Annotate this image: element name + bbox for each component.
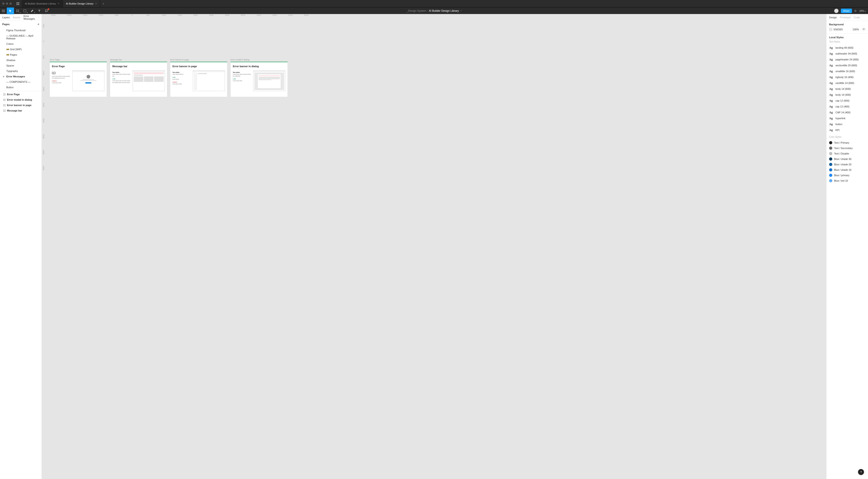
color-style-item[interactable]: Text / Primary: [829, 140, 865, 145]
text-style-item[interactable]: Agsectiontitle 20 (600): [829, 62, 865, 68]
frame-tool[interactable]: ▾: [14, 7, 21, 14]
page-item[interactable]: Figma Thumbnail: [0, 28, 41, 33]
new-tab-button[interactable]: +: [100, 2, 106, 5]
page-item[interactable]: Shadow: [0, 57, 41, 63]
color-style-item[interactable]: Blue / tint 10: [829, 178, 865, 183]
comment-tool[interactable]: [43, 7, 50, 14]
bg-swatch[interactable]: [829, 28, 832, 31]
layer-label: Error modal in dialog: [7, 98, 32, 101]
text-tool[interactable]: [36, 7, 43, 14]
page-item[interactable]: — GUIDELINES — April Release: [0, 33, 41, 41]
text-style-item[interactable]: AgCAP 14 (400): [829, 110, 865, 115]
page-label: Figma Thumbnail: [6, 29, 26, 32]
ag-icon: Ag: [829, 69, 834, 73]
frame-icon: [3, 93, 6, 96]
page-item[interactable]: — COMPONENTS —: [0, 79, 41, 85]
close-icon[interactable]: ×: [58, 2, 59, 5]
tab-design[interactable]: Design: [829, 16, 837, 19]
close-icon[interactable]: ×: [95, 2, 97, 5]
tab-prototype[interactable]: Prototype: [840, 16, 850, 19]
page-selector[interactable]: Error Messages ⌃: [24, 15, 39, 20]
layer-item[interactable]: Error Page: [0, 92, 41, 97]
tab-layers[interactable]: Layers: [2, 16, 10, 19]
page-item[interactable]: Colors: [0, 41, 41, 47]
text-style-item[interactable]: Agsubheader 34 (600): [829, 51, 865, 57]
frame[interactable]: Error banner in pageError banner in page…: [170, 62, 227, 97]
zoom-level[interactable]: 18% ▾: [859, 9, 866, 12]
canvas[interactable]: -2500-2000-1500-1000-5000500100015002000…: [42, 14, 826, 479]
text-style-item[interactable]: AgKPI: [829, 127, 865, 133]
color-style-item[interactable]: Text / Disable: [829, 151, 865, 156]
frame-icon: [3, 104, 6, 107]
page-item[interactable]: 🚧Pages: [0, 52, 41, 57]
ag-icon: Ag: [829, 117, 834, 120]
pen-tool[interactable]: ▾: [29, 7, 36, 14]
page-item[interactable]: Button: [0, 85, 41, 90]
frame-label[interactable]: Error banner in page: [170, 59, 189, 61]
layer-item[interactable]: Error modal in dialog: [0, 97, 41, 102]
text-style-item[interactable]: Agbody 14 (400): [829, 92, 865, 98]
color-style-item[interactable]: Blue / shade 10: [829, 167, 865, 173]
page-item[interactable]: Spacer: [0, 63, 41, 68]
breadcrumb[interactable]: _Design System / AI Builder Design Libra…: [406, 9, 461, 12]
text-style-item[interactable]: Agcap 12 (400): [829, 103, 865, 110]
frame[interactable]: Message barMessage barText withinLorem i…: [110, 62, 167, 97]
avatar[interactable]: [834, 8, 839, 13]
frame[interactable]: Error modal in dialogError banner in dia…: [230, 62, 287, 97]
layer-item[interactable]: Message bar: [0, 108, 41, 113]
frame[interactable]: Error PageError PageDoLorem ipsum dolor …: [50, 62, 107, 97]
window-controls[interactable]: [0, 2, 14, 5]
layer-item[interactable]: Error banner in page: [0, 102, 41, 108]
tab-design-library[interactable]: AI Builder Design Library ×: [63, 0, 100, 7]
page-label: Button: [6, 86, 13, 89]
home-grid-icon[interactable]: [14, 2, 22, 5]
tab-code[interactable]: Code: [854, 16, 860, 19]
color-style-item[interactable]: Blue / shade 20: [829, 162, 865, 167]
add-page-button[interactable]: +: [37, 22, 39, 26]
tab-illustration-library[interactable]: AI Builder Illustration Library ×: [22, 0, 63, 7]
color-style-item[interactable]: Text / Secondary: [829, 145, 865, 151]
notification-badge: [48, 8, 49, 10]
ag-icon: Ag: [829, 111, 834, 114]
frame-label[interactable]: Message bar: [110, 59, 122, 61]
svg-point-28: [863, 29, 864, 30]
present-button[interactable]: [854, 9, 857, 12]
page-label: Spacer: [6, 64, 14, 67]
main-menu-button[interactable]: [0, 9, 7, 12]
shape-tool[interactable]: ▾: [21, 7, 29, 14]
page-label: Colors: [6, 42, 13, 45]
bg-hex-value[interactable]: E5E5E5: [834, 28, 851, 31]
text-style-item[interactable]: Aghyperlink: [829, 115, 865, 121]
text-style-item[interactable]: Agcap 12 (600): [829, 98, 865, 103]
share-button[interactable]: Share: [841, 8, 852, 13]
frame-label[interactable]: Error modal in dialog: [230, 59, 249, 61]
text-style-item[interactable]: Aglrgbody 16 (400): [829, 74, 865, 80]
tab-assets[interactable]: Assets: [13, 16, 20, 19]
help-button[interactable]: ?: [858, 469, 864, 475]
text-style-item[interactable]: Aglanding 48 (600): [829, 45, 865, 51]
page-item[interactable]: ✓Error Messages: [0, 74, 41, 79]
toolbar: ▾ ▾ ▾ ▾ _Design System / AI Builder Desi…: [0, 7, 868, 14]
frame-title: Message bar: [112, 65, 165, 68]
text-style-item[interactable]: Agcardtitle 14 (600): [829, 80, 865, 86]
frame-title: Error banner in dialog: [233, 65, 285, 68]
page-item[interactable]: Typgraphy: [0, 68, 41, 74]
text-style-item[interactable]: Agbody 14 (600): [829, 86, 865, 92]
color-styles-header: Color Styles: [829, 136, 865, 138]
text-style-item[interactable]: Agbutton: [829, 121, 865, 127]
frame-label[interactable]: Error Page: [50, 59, 60, 61]
move-tool[interactable]: ▾: [7, 7, 14, 14]
ag-icon: Ag: [829, 122, 834, 126]
layer-label: Error banner in page: [7, 104, 31, 107]
bg-opacity[interactable]: 100%: [852, 28, 859, 31]
color-style-item[interactable]: Blue / shade 30: [829, 156, 865, 162]
local-styles-header: Local Styles: [829, 36, 865, 39]
text-style-item[interactable]: Agpageheader 24 (600): [829, 57, 865, 62]
text-style-item[interactable]: Agsmalltitle 16 (600): [829, 68, 865, 74]
ag-icon: Ag: [829, 128, 834, 132]
color-style-item[interactable]: Blue / primary: [829, 173, 865, 178]
page-item[interactable]: 🚧Grid (WIP): [0, 47, 41, 52]
check-icon: ✓: [3, 75, 4, 78]
visibility-icon[interactable]: [862, 28, 865, 31]
color-swatch: [829, 168, 832, 172]
